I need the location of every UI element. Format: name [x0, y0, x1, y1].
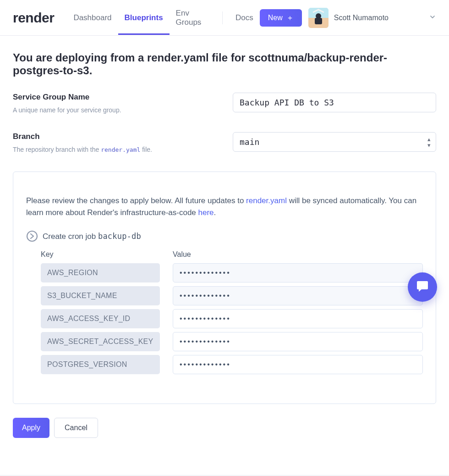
- env-key: AWS_ACCESS_KEY_ID: [41, 309, 160, 328]
- env-row: S3_BUCKET_NAME: [41, 286, 423, 305]
- svg-rect-3: [315, 18, 322, 24]
- service-group-input[interactable]: [233, 93, 436, 112]
- service-group-help: A unique name for your service group.: [13, 106, 224, 114]
- brand-logo: render: [13, 10, 54, 26]
- action-buttons: Apply Cancel: [13, 418, 436, 438]
- panel-text-1: Please review the changes to apply below…: [26, 196, 246, 205]
- env-header-key: Key: [41, 250, 173, 259]
- env-value-input[interactable]: [173, 309, 423, 328]
- render-yaml-link[interactable]: render.yaml: [246, 196, 287, 205]
- cron-title: Create cron job backup-db: [43, 232, 141, 241]
- form-row-service-group: Service Group Name A unique name for you…: [13, 93, 436, 114]
- env-key: S3_BUCKET_NAME: [41, 286, 160, 305]
- page-title: You are deploying from a render.yaml fil…: [13, 51, 436, 77]
- cron-name: backup-db: [98, 232, 141, 241]
- chat-icon: [415, 279, 430, 295]
- new-button-label: New: [268, 14, 283, 22]
- nav-divider: [222, 11, 223, 24]
- user-menu[interactable]: Scott Numamoto: [308, 8, 436, 28]
- footer-divider: [0, 475, 449, 476]
- iac-docs-link[interactable]: here: [198, 208, 214, 217]
- env-row: POSTGRES_VERSION: [41, 355, 423, 374]
- changes-panel: Please review the changes to apply below…: [13, 172, 436, 404]
- env-headers: Key Value: [41, 250, 423, 259]
- nav-tab-envgroups[interactable]: Env Groups: [170, 0, 216, 39]
- cron-header: Create cron job backup-db: [26, 230, 423, 242]
- env-key: POSTGRES_VERSION: [41, 355, 160, 374]
- topbar: render Dashboard Blueprints Env Groups D…: [0, 0, 449, 36]
- panel-text-3: .: [214, 208, 216, 217]
- plus-icon: ＋: [286, 14, 294, 22]
- branch-help: The repository branch with the render.ya…: [13, 146, 224, 153]
- env-table: Key Value AWS_REGION S3_BUCKET_NAME AWS_…: [26, 250, 423, 374]
- nav-tab-dashboard[interactable]: Dashboard: [67, 1, 118, 34]
- username-label: Scott Numamoto: [334, 14, 389, 22]
- env-row: AWS_ACCESS_KEY_ID: [41, 309, 423, 328]
- help-chat-button[interactable]: [408, 272, 437, 302]
- svg-point-4: [27, 231, 37, 241]
- avatar: [308, 8, 329, 28]
- new-button[interactable]: New ＋: [260, 9, 302, 27]
- env-row: AWS_SECRET_ACCESS_KEY: [41, 332, 423, 351]
- main-content: You are deploying from a render.yaml fil…: [0, 36, 449, 456]
- env-value-input[interactable]: [173, 355, 423, 374]
- env-value-input[interactable]: [173, 263, 423, 282]
- env-value-input[interactable]: [173, 286, 423, 305]
- branch-help-post: file.: [140, 146, 152, 153]
- branch-help-pre: The repository branch with the: [13, 146, 101, 153]
- service-group-label: Service Group Name: [13, 93, 224, 102]
- chevron-down-icon: [429, 13, 436, 22]
- env-value-input[interactable]: [173, 332, 423, 351]
- env-key: AWS_SECRET_ACCESS_KEY: [41, 332, 160, 351]
- branch-label: Branch: [13, 132, 224, 141]
- nav-tabs: Dashboard Blueprints Env Groups Docs: [67, 0, 259, 39]
- env-header-value: Value: [173, 250, 423, 259]
- arrow-circle-icon: [26, 230, 38, 242]
- form-row-branch: Branch The repository branch with the re…: [13, 132, 436, 153]
- apply-button[interactable]: Apply: [13, 418, 49, 438]
- branch-select[interactable]: main: [233, 132, 436, 152]
- cron-prefix: Create cron job: [43, 232, 98, 241]
- changes-panel-text: Please review the changes to apply below…: [26, 195, 423, 218]
- cancel-button[interactable]: Cancel: [54, 418, 98, 438]
- branch-help-code: render.yaml: [101, 146, 140, 153]
- nav-tab-docs[interactable]: Docs: [229, 1, 260, 34]
- nav-tab-blueprints[interactable]: Blueprints: [118, 1, 170, 34]
- env-key: AWS_REGION: [41, 263, 160, 282]
- env-row: AWS_REGION: [41, 263, 423, 282]
